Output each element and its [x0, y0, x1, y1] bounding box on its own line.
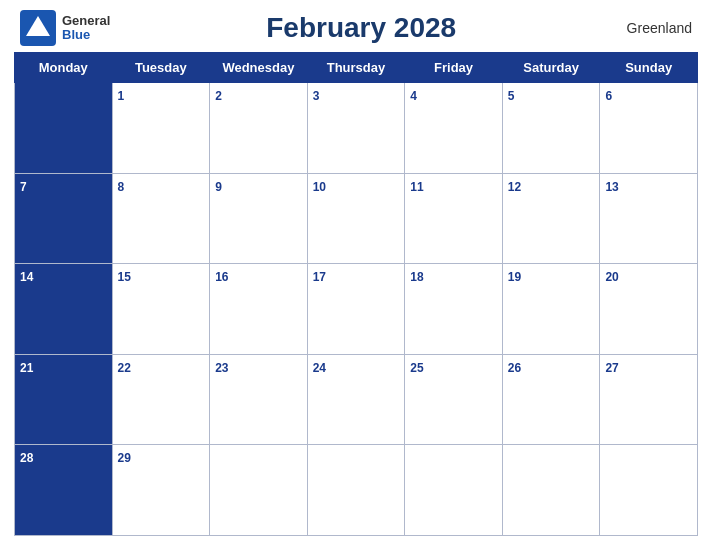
logo-text: General Blue: [62, 14, 110, 43]
date-number: 29: [118, 451, 131, 465]
date-number: 10: [313, 180, 326, 194]
logo-general-text: General: [62, 14, 110, 28]
calendar-day-cell: [15, 83, 113, 174]
calendar-day-cell: 4: [405, 83, 503, 174]
calendar-day-cell: 2: [210, 83, 308, 174]
calendar-day-cell: [502, 445, 600, 536]
date-number: 6: [605, 89, 612, 103]
calendar-day-cell: [210, 445, 308, 536]
col-wednesday: Wednesday: [210, 53, 308, 83]
calendar-body: 1234567891011121314151617181920212223242…: [15, 83, 698, 536]
date-number: 21: [20, 361, 33, 375]
col-saturday: Saturday: [502, 53, 600, 83]
date-number: 26: [508, 361, 521, 375]
date-number: 23: [215, 361, 228, 375]
calendar-week-row: 2829: [15, 445, 698, 536]
date-number: 3: [313, 89, 320, 103]
calendar-day-cell: 24: [307, 354, 405, 445]
col-friday: Friday: [405, 53, 503, 83]
calendar-day-cell: 17: [307, 264, 405, 355]
calendar-day-cell: 23: [210, 354, 308, 445]
date-number: 19: [508, 270, 521, 284]
date-number: 4: [410, 89, 417, 103]
days-header-row: Monday Tuesday Wednesday Thursday Friday…: [15, 53, 698, 83]
date-number: 5: [508, 89, 515, 103]
calendar-week-row: 21222324252627: [15, 354, 698, 445]
calendar-day-cell: 27: [600, 354, 698, 445]
logo-icon: [20, 10, 56, 46]
calendar-day-cell: 1: [112, 83, 210, 174]
calendar-day-cell: [307, 445, 405, 536]
calendar-day-cell: 16: [210, 264, 308, 355]
date-number: 13: [605, 180, 618, 194]
date-number: 22: [118, 361, 131, 375]
logo: General Blue: [20, 10, 110, 46]
calendar-day-cell: 29: [112, 445, 210, 536]
calendar-container: Monday Tuesday Wednesday Thursday Friday…: [0, 52, 712, 550]
calendar-day-cell: [405, 445, 503, 536]
date-number: 15: [118, 270, 131, 284]
calendar-day-cell: 9: [210, 173, 308, 264]
calendar-day-cell: 12: [502, 173, 600, 264]
calendar-day-cell: 11: [405, 173, 503, 264]
date-number: 8: [118, 180, 125, 194]
logo-blue-text: Blue: [62, 28, 110, 42]
calendar-day-cell: 22: [112, 354, 210, 445]
calendar-day-cell: 10: [307, 173, 405, 264]
calendar-day-cell: 26: [502, 354, 600, 445]
calendar-header: General Blue February 2028 Greenland: [0, 0, 712, 52]
calendar-day-cell: 14: [15, 264, 113, 355]
calendar-day-cell: 18: [405, 264, 503, 355]
calendar-day-cell: 28: [15, 445, 113, 536]
region-label: Greenland: [612, 20, 692, 36]
calendar-day-cell: 6: [600, 83, 698, 174]
col-tuesday: Tuesday: [112, 53, 210, 83]
calendar-table: Monday Tuesday Wednesday Thursday Friday…: [14, 52, 698, 536]
calendar-day-cell: 5: [502, 83, 600, 174]
date-number: 1: [118, 89, 125, 103]
date-number: 12: [508, 180, 521, 194]
date-number: 27: [605, 361, 618, 375]
calendar-week-row: 78910111213: [15, 173, 698, 264]
col-thursday: Thursday: [307, 53, 405, 83]
calendar-day-cell: 25: [405, 354, 503, 445]
date-number: 16: [215, 270, 228, 284]
calendar-day-cell: 3: [307, 83, 405, 174]
date-number: 14: [20, 270, 33, 284]
calendar-week-row: 14151617181920: [15, 264, 698, 355]
date-number: 9: [215, 180, 222, 194]
calendar-title: February 2028: [110, 12, 612, 44]
calendar-day-cell: [600, 445, 698, 536]
col-sunday: Sunday: [600, 53, 698, 83]
calendar-day-cell: 15: [112, 264, 210, 355]
date-number: 2: [215, 89, 222, 103]
date-number: 11: [410, 180, 423, 194]
calendar-day-cell: 19: [502, 264, 600, 355]
calendar-week-row: 123456: [15, 83, 698, 174]
calendar-day-cell: 8: [112, 173, 210, 264]
calendar-day-cell: 20: [600, 264, 698, 355]
date-number: 28: [20, 451, 33, 465]
date-number: 24: [313, 361, 326, 375]
date-number: 7: [20, 180, 27, 194]
calendar-day-cell: 13: [600, 173, 698, 264]
calendar-day-cell: 21: [15, 354, 113, 445]
date-number: 18: [410, 270, 423, 284]
col-monday: Monday: [15, 53, 113, 83]
date-number: 25: [410, 361, 423, 375]
calendar-day-cell: 7: [15, 173, 113, 264]
date-number: 17: [313, 270, 326, 284]
date-number: 20: [605, 270, 618, 284]
